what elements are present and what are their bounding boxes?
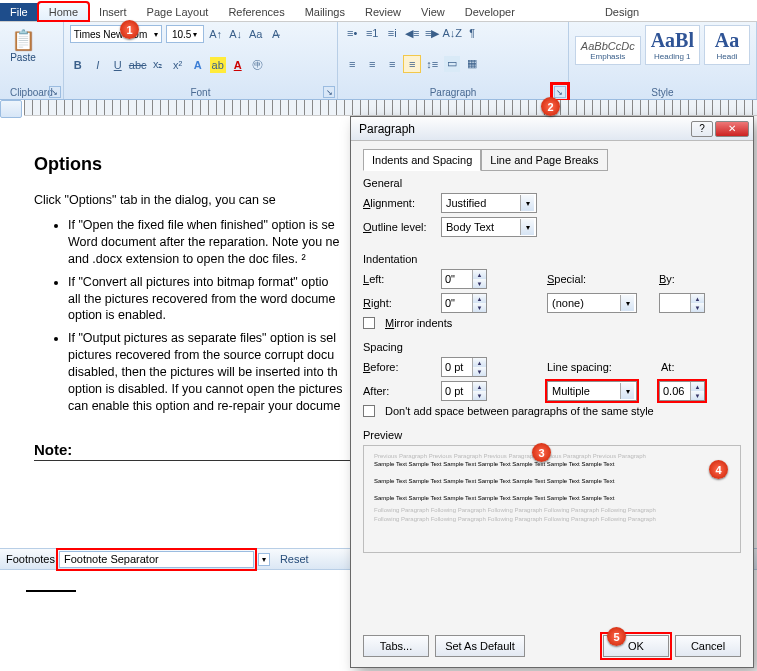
style-heading2[interactable]: AaHeadi [704,25,750,65]
at-spinner[interactable]: ▲▼ [659,381,705,401]
section-indentation: Indentation [363,253,741,265]
at-value[interactable] [660,385,690,397]
bullets-icon[interactable]: ≡• [344,25,360,41]
chevron-down-icon: ▾ [520,219,534,235]
paste-label: Paste [10,52,36,63]
no-space-label: Don't add space between paragraphs of th… [385,405,654,417]
group-paragraph-label: Paragraph [344,86,562,98]
shading-icon[interactable]: ▭ [444,56,460,72]
indent-right-label: Right: [363,297,435,309]
align-left-icon[interactable]: ≡ [344,56,360,72]
change-case-icon[interactable]: Aa [248,26,264,42]
bold-button[interactable]: B [70,57,86,73]
after-value[interactable] [442,385,472,397]
strikethrough-button[interactable]: abc [130,57,146,73]
increase-indent-icon[interactable]: ≡▶ [424,25,440,41]
alignment-select[interactable]: Justified▾ [441,193,537,213]
line-spacing-select[interactable]: Multiple▾ [547,381,637,401]
font-name-select[interactable]: Times New Rom▾ [70,25,162,43]
text-effects-icon[interactable]: A [190,57,206,73]
after-spinner[interactable]: ▲▼ [441,381,487,401]
decrease-indent-icon[interactable]: ◀≡ [404,25,420,41]
tabs-button[interactable]: Tabs... [363,635,429,657]
line-spacing-icon[interactable]: ↕≡ [424,56,440,72]
show-marks-icon[interactable]: ¶ [464,25,480,41]
tab-page-layout[interactable]: Page Layout [137,3,219,21]
clipboard-dialog-launcher[interactable]: ↘ [49,86,61,98]
dialog-title: Paragraph [359,122,415,136]
callout-marker-5: 5 [607,627,626,646]
outline-value: Body Text [446,221,494,233]
paragraph-dialog-launcher[interactable]: ↘ [554,86,566,98]
vertical-ruler-toggle[interactable] [0,100,22,118]
highlight-icon[interactable]: ab [210,57,226,73]
style-heading1[interactable]: AaBlHeading 1 [645,25,700,65]
style-emphasis[interactable]: AaBbCcDcEmphasis [575,36,641,65]
group-styles-label: Style [575,86,750,98]
sort-icon[interactable]: A↓Z [444,25,460,41]
ribbon-tabs: File Home Insert Page Layout References … [0,0,757,22]
set-default-button[interactable]: Set As Default [435,635,525,657]
borders-icon[interactable]: ▦ [464,56,480,72]
special-select[interactable]: (none)▾ [547,293,637,313]
dialog-titlebar[interactable]: Paragraph ? ✕ [351,117,753,141]
multilevel-list-icon[interactable]: ≡i [384,25,400,41]
close-button[interactable]: ✕ [715,121,749,137]
tab-file[interactable]: File [0,3,38,21]
tab-line-page-breaks[interactable]: Line and Page Breaks [481,149,607,171]
tab-references[interactable]: References [218,3,294,21]
font-color-icon[interactable]: A [230,57,246,73]
style-heading2-preview: Aa [710,29,744,52]
tab-home[interactable]: Home [38,2,89,21]
tab-indents-spacing[interactable]: Indents and Spacing [363,149,481,171]
tab-view[interactable]: View [411,3,455,21]
clipboard-icon: 📋 [11,28,36,52]
mirror-indents-label: Mirror indents [385,317,452,329]
indent-right-spinner[interactable]: ▲▼ [441,293,487,313]
footnote-dropdown-icon[interactable]: ▾ [258,553,270,566]
tab-developer[interactable]: Developer [455,3,525,21]
align-center-icon[interactable]: ≡ [364,56,380,72]
mirror-indents-checkbox[interactable] [363,317,375,329]
tab-review[interactable]: Review [355,3,411,21]
footnote-separator-value: Footnote Separator [64,553,159,565]
before-spinner[interactable]: ▲▼ [441,357,487,377]
shrink-font-icon[interactable]: A↓ [228,26,244,42]
indent-right-value[interactable] [442,297,472,309]
subscript-button[interactable]: x₂ [150,57,166,73]
section-spacing: Spacing [363,341,741,353]
no-space-checkbox[interactable] [363,405,375,417]
paste-button[interactable]: 📋 Paste [6,25,40,65]
group-font-label: Font [70,86,331,98]
indent-left-spinner[interactable]: ▲▼ [441,269,487,289]
horizontal-ruler[interactable] [24,100,757,116]
tab-insert[interactable]: Insert [89,3,137,21]
font-size-select[interactable]: 10.5▾ [166,25,204,43]
superscript-button[interactable]: x² [170,57,186,73]
align-right-icon[interactable]: ≡ [384,56,400,72]
tab-design[interactable]: Design [595,3,649,21]
tab-mailings[interactable]: Mailings [295,3,355,21]
section-general: General [363,177,741,189]
outline-level-select[interactable]: Body Text▾ [441,217,537,237]
clear-formatting-icon[interactable]: A̶ [268,26,284,42]
by-value[interactable] [660,297,690,309]
underline-button[interactable]: U [110,57,126,73]
grow-font-icon[interactable]: A↑ [208,26,224,42]
cancel-button[interactable]: Cancel [675,635,741,657]
help-button[interactable]: ? [691,121,713,137]
group-styles: AaBbCcDcEmphasis AaBlHeading 1 AaHeadi S… [569,22,757,99]
justify-icon[interactable]: ≡ [404,56,420,72]
reset-button[interactable]: Reset [280,553,309,565]
indent-left-value[interactable] [442,273,472,285]
chevron-down-icon: ▾ [520,195,534,211]
numbering-icon[interactable]: ≡1 [364,25,380,41]
footnote-separator-select[interactable]: Footnote Separator [59,551,254,568]
before-value[interactable] [442,361,472,373]
by-spinner[interactable]: ▲▼ [659,293,705,313]
chevron-down-icon: ▾ [620,383,634,399]
enclose-char-icon[interactable]: ㊥ [250,57,266,73]
line-spacing-label: Line spacing: [547,361,623,373]
font-dialog-launcher[interactable]: ↘ [323,86,335,98]
italic-button[interactable]: I [90,57,106,73]
